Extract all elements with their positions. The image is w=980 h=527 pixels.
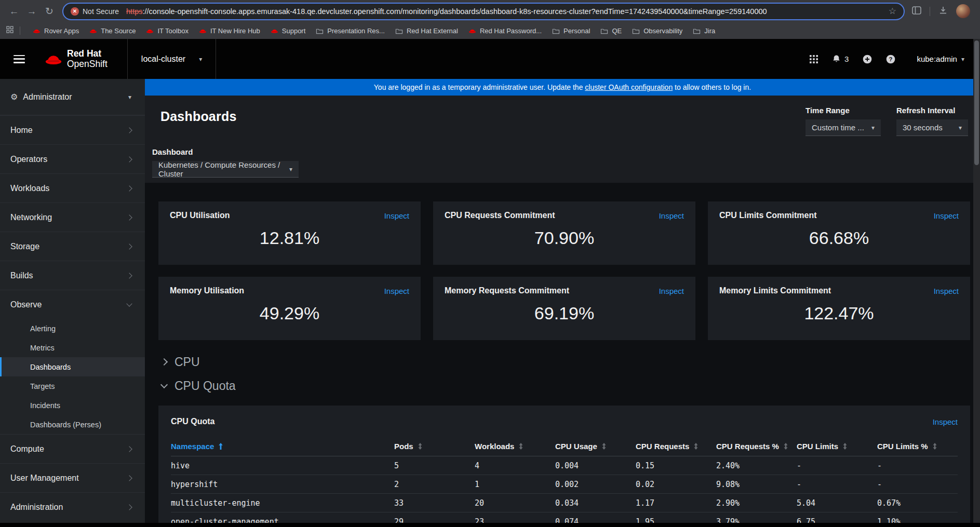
download-icon[interactable] [938, 6, 948, 17]
stat-card: CPU Requests Commitment Inspect 70.90% [433, 201, 695, 265]
sidebar-item-label: Networking [10, 213, 52, 222]
bookmark-item[interactable]: QE [595, 27, 627, 35]
apps-grid-icon[interactable] [6, 26, 14, 35]
security-chip[interactable]: ✕ Not Secure [71, 7, 119, 16]
dashboard-select[interactable]: Kubernetes / Compute Resources / Cluster… [152, 161, 299, 178]
folder-icon [395, 28, 403, 34]
bookmark-item[interactable]: IT New Hire Hub [194, 27, 265, 35]
column-label: Pods [394, 442, 413, 451]
add-plus-icon[interactable] [863, 55, 872, 64]
section-toggle-cpu-quota[interactable]: CPU Quota [158, 376, 970, 395]
inspect-link[interactable]: Inspect [384, 211, 409, 220]
help-icon[interactable]: ? [886, 55, 895, 64]
bookmark-item[interactable]: IT Toolbox [141, 27, 194, 35]
inspect-link[interactable]: Inspect [934, 211, 959, 220]
bookmark-item[interactable]: Personal [547, 27, 595, 35]
table-row[interactable]: hive 5 4 0.004 0.15 2.40% - - [171, 456, 958, 475]
sidebar-item[interactable]: Storage [0, 232, 145, 261]
column-header[interactable]: CPU Limits % [877, 442, 958, 451]
oauth-config-link[interactable]: cluster OAuth configuration [585, 83, 673, 91]
sidebar-item-label: Administration [10, 503, 63, 512]
address-bar[interactable]: ✕ Not Secure https://console-openshift-c… [62, 3, 905, 20]
browser-profile-avatar[interactable] [956, 4, 970, 18]
inspect-link[interactable]: Inspect [659, 287, 684, 295]
table-body: hive 5 4 0.004 0.15 2.40% - - [171, 456, 958, 527]
sidebar-item[interactable]: Operators [0, 144, 145, 173]
bookmark-item[interactable]: Red Hat Password... [463, 27, 547, 35]
bookmark-item[interactable]: The Source [84, 27, 141, 35]
sidebar-item[interactable]: Incidents [0, 396, 145, 415]
scrollbar-thumb[interactable] [974, 40, 979, 165]
bookmark-item[interactable]: Presentation Res... [311, 27, 390, 35]
column-header[interactable]: Workloads [475, 442, 555, 451]
forward-icon[interactable]: → [23, 6, 41, 17]
card-value: 49.29% [170, 295, 409, 331]
card-value: 122.47% [719, 295, 959, 331]
column-header[interactable]: Namespace [171, 442, 394, 451]
sidebar-item[interactable]: Metrics [0, 338, 145, 357]
sidebar-item[interactable]: Targets [0, 376, 145, 396]
bookmark-star-icon[interactable]: ☆ [889, 6, 896, 17]
sidebar-item-label: Storage [10, 242, 39, 251]
page-scrollbar[interactable] [973, 39, 980, 523]
sidebar-item-label: Incidents [30, 401, 60, 410]
side-panel-icon[interactable] [912, 6, 921, 17]
sidebar-item[interactable]: User Management [0, 463, 145, 492]
brand-logo: Red Hat OpenShift [45, 49, 108, 69]
bookmark-item[interactable]: Observability [627, 27, 688, 35]
sidebar-item[interactable]: Workloads [0, 173, 145, 202]
caret-down-icon: ▾ [871, 124, 875, 131]
inspect-link[interactable]: Inspect [934, 287, 959, 295]
cell-workloads: 1 [475, 480, 555, 489]
sidebar-item-label: Targets [30, 382, 55, 390]
column-header[interactable]: CPU Usage [555, 442, 636, 451]
sidebar-item[interactable]: Administration [0, 492, 145, 521]
sidebar-item-label: Alerting [30, 325, 56, 333]
inspect-link[interactable]: Inspect [659, 211, 684, 220]
cluster-selector[interactable]: local-cluster ▾ [127, 39, 216, 79]
sidebar-item[interactable]: Networking [0, 202, 145, 232]
column-header[interactable]: Pods [394, 442, 475, 451]
table-row[interactable]: hypershift 2 1 0.002 0.02 9.08% - - [171, 475, 958, 494]
bookmark-item[interactable]: Jira [688, 27, 720, 35]
inspect-link[interactable]: Inspect [933, 417, 958, 426]
sort-icon [842, 442, 848, 450]
sidebar-item-label: User Management [10, 474, 79, 483]
sidebar-item-label: Home [10, 126, 33, 135]
back-icon[interactable]: ← [5, 6, 23, 17]
sidebar-item[interactable]: Alerting [0, 319, 145, 338]
sidebar-item[interactable]: Home [0, 115, 145, 144]
column-header[interactable]: CPU Requests [636, 442, 716, 451]
sidebar-item[interactable]: Observe [0, 290, 145, 319]
sidebar-item[interactable]: Dashboards (Perses) [0, 415, 145, 434]
bookmark-item[interactable]: Red Hat External [390, 27, 463, 35]
reload-icon[interactable]: ↻ [41, 5, 58, 17]
sidebar-item-label: Operators [10, 155, 47, 164]
cpu-quota-card: CPU Quota Inspect Namespace [158, 406, 970, 527]
refresh-interval-select[interactable]: 30 seconds ▾ [896, 119, 968, 136]
notifications-bell[interactable]: 3 [832, 55, 849, 63]
sidebar-item[interactable]: Compute [0, 434, 145, 463]
bookmark-item[interactable]: Support [265, 27, 311, 35]
table-row[interactable]: multicluster-engine 33 20 0.034 1.17 2.9… [171, 494, 958, 512]
section-toggle-cpu[interactable]: CPU [158, 353, 970, 371]
sidebar-item[interactable]: Builds [0, 261, 145, 290]
user-menu[interactable]: kube:admin ▾ [917, 55, 964, 63]
brand-line1: Red Hat [67, 49, 108, 59]
column-header[interactable]: CPU Limits [797, 442, 877, 451]
cell-cpu-limits-pct: - [877, 461, 958, 470]
cell-cpu-limits: - [797, 461, 877, 470]
login-banner: You are logged in as a temporary adminis… [145, 79, 980, 96]
app-launcher-icon[interactable] [810, 55, 818, 63]
hamburger-menu-icon[interactable] [14, 55, 25, 63]
sidebar-item[interactable]: Dashboards [0, 357, 145, 376]
time-range-label: Time Range [806, 106, 881, 115]
bookmark-item[interactable]: Rover Apps [28, 27, 84, 35]
screen: ← → ↻ ✕ Not Secure https://console-opens… [0, 0, 980, 527]
column-header[interactable]: CPU Requests % [716, 442, 797, 451]
inspect-link[interactable]: Inspect [384, 287, 409, 295]
time-range-select[interactable]: Custom time ... ▾ [806, 119, 881, 136]
perspective-switcher[interactable]: ⚙ Administrator ▾ [0, 79, 145, 115]
redhat-favicon [468, 27, 476, 35]
masthead: Red Hat OpenShift local-cluster ▾ 3 ? k [0, 39, 980, 79]
